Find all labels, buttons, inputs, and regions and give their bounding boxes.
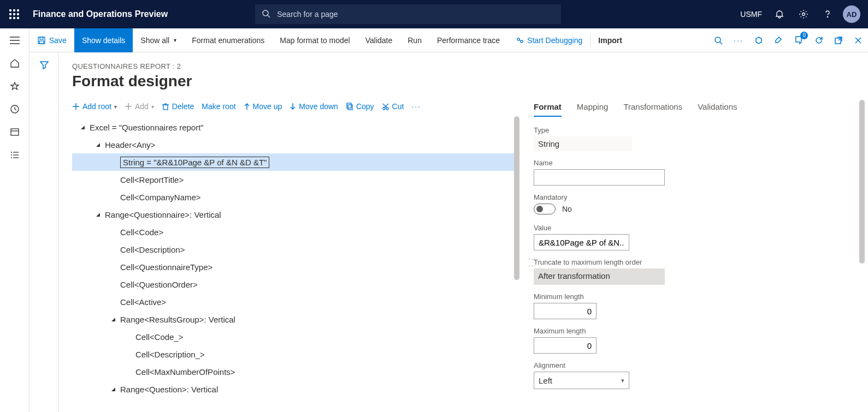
tree-toggle-icon[interactable]: ◢ [109, 317, 117, 322]
refresh-icon[interactable] [809, 28, 829, 52]
tree-node-label: Excel = "Questionnaires report" [90, 123, 204, 132]
recent-icon[interactable] [9, 104, 20, 115]
validate-button[interactable]: Validate [358, 28, 400, 52]
truncate-value[interactable]: After transformation [534, 268, 665, 285]
tree-node-label: Cell<QuestionnaireType> [120, 262, 212, 272]
alignment-select[interactable]: Left ▾ [534, 372, 629, 389]
make-root-button[interactable]: Make root [202, 102, 235, 111]
tree-node[interactable]: Cell<Code_> [72, 328, 519, 345]
more-tree-actions-icon[interactable]: ··· [411, 102, 421, 111]
copy-button[interactable]: Copy [346, 102, 374, 111]
svg-rect-17 [40, 37, 43, 39]
tree-toggle-icon[interactable]: ◢ [79, 124, 86, 130]
panel-scrollbar[interactable] [859, 100, 865, 264]
page-title: Format designer [72, 73, 868, 90]
tree-toggle-icon[interactable]: ◢ [109, 386, 117, 392]
tab-mapping[interactable]: Mapping [577, 100, 609, 117]
delete-button[interactable]: Delete [162, 102, 194, 111]
company-selector[interactable]: USMF [736, 10, 766, 19]
tab-format[interactable]: Format [534, 100, 562, 117]
name-input[interactable] [534, 169, 665, 186]
import-button[interactable]: Import [591, 28, 630, 52]
tree-node[interactable]: ◢Excel = "Questionnaires report" [72, 118, 519, 136]
mandatory-value: No [562, 205, 572, 213]
format-enumerations-button[interactable]: Format enumerations [184, 28, 272, 52]
svg-point-2 [802, 13, 805, 16]
home-icon[interactable] [9, 58, 20, 69]
cut-button[interactable]: Cut [382, 102, 404, 111]
filter-icon[interactable] [39, 60, 49, 412]
help-icon[interactable] [817, 0, 839, 28]
tree-node[interactable]: Cell<QuestionnaireType> [72, 258, 519, 276]
app-launcher-button[interactable] [0, 0, 28, 28]
notifications-icon[interactable] [769, 0, 790, 28]
tree-node-label: Range<Question>: Vertical [120, 385, 218, 394]
show-all-button[interactable]: Show all▾ [133, 28, 184, 52]
name-label: Name [534, 159, 852, 167]
tab-validations[interactable]: Validations [698, 100, 737, 117]
maxlength-input[interactable] [534, 337, 597, 354]
search-input[interactable] [255, 4, 561, 24]
app-title: Finance and Operations Preview [28, 9, 168, 19]
value-input[interactable] [534, 234, 629, 250]
tree-node[interactable]: ◢Range<Question>: Vertical [72, 380, 519, 398]
svg-point-20 [521, 40, 523, 43]
start-debugging-button[interactable]: Start Debugging [507, 28, 590, 52]
type-label: Type [534, 126, 852, 134]
save-button[interactable]: Save [29, 28, 74, 52]
tab-transformations[interactable]: Transformations [623, 100, 682, 117]
svg-point-3 [827, 16, 828, 17]
minlength-input[interactable] [534, 303, 597, 319]
close-icon[interactable] [848, 28, 868, 52]
user-avatar[interactable]: AD [843, 5, 860, 23]
tree-node[interactable]: Cell<ReportTitle> [72, 171, 519, 188]
workspaces-icon[interactable] [9, 127, 20, 138]
svg-line-1 [268, 15, 270, 17]
map-format-to-model-button[interactable]: Map format to model [272, 28, 357, 52]
tree-node[interactable]: ◢Range<ResultsGroup>: Vertical [72, 311, 519, 328]
tree-node[interactable]: Cell<MaxNumberOfPoints> [72, 363, 519, 380]
move-up-button[interactable]: Move up [244, 102, 282, 111]
truncate-label: Truncate to maximum length order [534, 258, 852, 266]
nav-rail [0, 28, 29, 412]
svg-rect-18 [39, 41, 44, 44]
favorites-icon[interactable] [9, 81, 20, 92]
tree-node-label: Cell<QuestionOrder> [120, 280, 198, 289]
related-icon[interactable] [749, 28, 769, 52]
search-icon [262, 9, 270, 18]
add-root-button[interactable]: Add root▾ [72, 102, 117, 111]
tree-node[interactable]: Cell<Active> [72, 293, 519, 311]
tree-node-label: Cell<MaxNumberOfPoints> [135, 367, 235, 377]
tree-node[interactable]: String = "&R&10Page &P of &N &D &T" [72, 153, 519, 171]
tree-node[interactable]: Cell<QuestionOrder> [72, 276, 519, 293]
tree-node[interactable]: Cell<CompanyName> [72, 188, 519, 206]
performance-trace-button[interactable]: Performance trace [429, 28, 507, 52]
modules-icon[interactable] [9, 150, 20, 160]
show-details-button[interactable]: Show details [74, 28, 133, 52]
messages-icon[interactable]: 0 [788, 28, 809, 52]
splitter-handle[interactable]: ⋮⋮ [528, 256, 536, 269]
tree-node[interactable]: ◢Header<Any> [72, 136, 519, 153]
attachments-icon[interactable] [769, 28, 788, 52]
run-button[interactable]: Run [400, 28, 429, 52]
tree-toggle-icon[interactable]: ◢ [94, 212, 102, 217]
tree-node[interactable]: Cell<Description_> [72, 345, 519, 363]
move-down-button[interactable]: Move down [290, 102, 338, 111]
tree-node[interactable]: Cell<Description> [72, 241, 519, 258]
popout-icon[interactable] [829, 28, 848, 52]
minlength-label: Minimum length [534, 292, 852, 301]
svg-point-0 [263, 10, 268, 16]
value-label: Value [534, 224, 852, 232]
tree-node[interactable]: ◢Range<Questionnaire>: Vertical [72, 206, 519, 223]
tree-toggle-icon[interactable]: ◢ [94, 142, 102, 147]
settings-icon[interactable] [793, 0, 814, 28]
tree-node[interactable]: Cell<Code> [72, 223, 519, 241]
format-tree[interactable]: ◢Excel = "Questionnaires report"◢Header<… [72, 116, 519, 398]
overflow-icon[interactable]: ··· [728, 28, 749, 52]
find-icon[interactable] [708, 28, 728, 52]
mandatory-toggle[interactable] [534, 204, 556, 214]
tree-scrollbar[interactable] [514, 116, 519, 280]
tree-node-label: Header<Any> [105, 140, 156, 150]
tree-node-label: Cell<Active> [120, 297, 166, 307]
hamburger-icon[interactable] [9, 35, 20, 46]
